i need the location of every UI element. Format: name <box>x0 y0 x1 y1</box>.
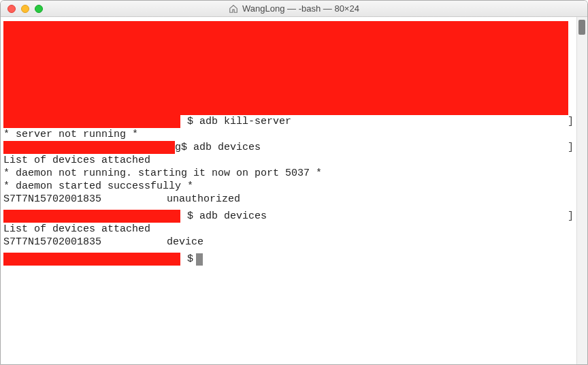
command-text: $ adb devices <box>187 210 267 223</box>
window-controls <box>7 5 43 13</box>
line-end-bracket: ] <box>568 141 574 154</box>
output-line: * server not running * <box>1 128 576 141</box>
prompt-line: $ <box>1 253 576 266</box>
prompt-line: $ adb devices ] <box>1 210 576 223</box>
output-line: S7T7N15702001835 device <box>1 236 576 249</box>
terminal-body[interactable]: $ adb kill-server ] * server not running… <box>1 17 576 364</box>
zoom-button[interactable] <box>35 5 43 13</box>
home-icon <box>229 4 238 14</box>
redacted-inline <box>3 115 180 128</box>
redacted-block <box>3 21 568 115</box>
device-status: device <box>167 236 203 249</box>
prompt-line: g $ adb devices ] <box>1 141 576 154</box>
terminal-window: WangLong — -bash — 80×24 $ adb kill-serv… <box>0 0 588 365</box>
output-line: * daemon started successfully * <box>1 180 576 193</box>
close-button[interactable] <box>7 5 16 13</box>
output-line: S7T7N15702001835 unauthorized <box>1 193 576 206</box>
titlebar[interactable]: WangLong — -bash — 80×24 <box>1 1 587 17</box>
output-line: List of devices attached <box>1 223 576 236</box>
window-title: WangLong — -bash — 80×24 <box>229 3 359 14</box>
scrollbar[interactable] <box>576 17 587 364</box>
prompt-symbol: $ <box>187 253 193 266</box>
prompt-line: $ adb kill-server ] <box>1 115 576 128</box>
prompt-prefix: g <box>175 141 181 154</box>
output-line: * daemon not running. starting it now on… <box>1 167 576 180</box>
command-text: $ adb devices <box>181 141 261 154</box>
line-end-bracket: ] <box>568 210 574 223</box>
device-status: unauthorized <box>167 193 240 206</box>
device-id: S7T7N15702001835 <box>3 193 167 206</box>
command-text: $ adb kill-server <box>187 115 291 128</box>
cursor <box>196 253 203 266</box>
scroll-thumb[interactable] <box>578 20 585 35</box>
line-end-bracket: ] <box>568 115 574 128</box>
device-id: S7T7N15702001835 <box>3 236 167 249</box>
redacted-inline <box>3 253 180 266</box>
redacted-inline <box>3 141 175 154</box>
output-line: List of devices attached <box>1 154 576 167</box>
minimize-button[interactable] <box>21 5 29 13</box>
redacted-inline <box>3 210 180 223</box>
window-title-text: WangLong — -bash — 80×24 <box>242 3 359 14</box>
